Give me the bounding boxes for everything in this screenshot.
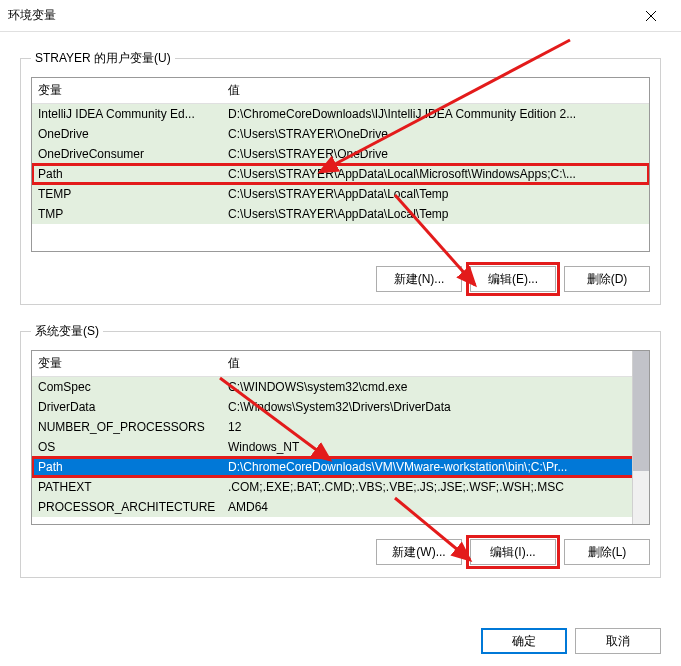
system-delete-button[interactable]: 删除(L): [564, 539, 650, 565]
sys-col-value: 值: [222, 351, 649, 377]
table-row[interactable]: OneDriveConsumerC:\Users\STRAYER\OneDriv…: [32, 144, 649, 164]
user-col-name: 变量: [32, 78, 222, 104]
system-edit-button[interactable]: 编辑(I)...: [470, 539, 556, 565]
system-vars-legend: 系统变量(S): [31, 323, 103, 340]
table-row-path[interactable]: PathD:\ChromeCoreDownloads\VM\VMware-wor…: [32, 457, 649, 477]
table-row[interactable]: OneDriveC:\Users\STRAYER\OneDrive: [32, 124, 649, 144]
table-row[interactable]: IntelliJ IDEA Community Ed...D:\ChromeCo…: [32, 104, 649, 125]
system-vars-table-wrap: 变量 值 ComSpecC:\WINDOWS\system32\cmd.exe …: [31, 350, 650, 525]
user-vars-group: STRAYER 的用户变量(U) 变量 值 IntelliJ IDEA Comm…: [20, 50, 661, 305]
system-vars-scrollbar[interactable]: [632, 351, 649, 524]
ok-button[interactable]: 确定: [481, 628, 567, 654]
table-row[interactable]: TMPC:\Users\STRAYER\AppData\Local\Temp: [32, 204, 649, 224]
table-row[interactable]: OSWindows_NT: [32, 437, 649, 457]
table-row[interactable]: DriverDataC:\Windows\System32\Drivers\Dr…: [32, 397, 649, 417]
sys-col-name: 变量: [32, 351, 222, 377]
user-vars-legend: STRAYER 的用户变量(U): [31, 50, 175, 67]
table-row[interactable]: TEMPC:\Users\STRAYER\AppData\Local\Temp: [32, 184, 649, 204]
user-delete-button[interactable]: 删除(D): [564, 266, 650, 292]
table-row[interactable]: PATHEXT.COM;.EXE;.BAT;.CMD;.VBS;.VBE;.JS…: [32, 477, 649, 497]
titlebar: 环境变量: [0, 0, 681, 32]
user-edit-button[interactable]: 编辑(E)...: [470, 266, 556, 292]
user-vars-table[interactable]: 变量 值 IntelliJ IDEA Community Ed...D:\Chr…: [32, 78, 649, 224]
close-icon: [646, 11, 656, 21]
user-vars-table-wrap: 变量 值 IntelliJ IDEA Community Ed...D:\Chr…: [31, 77, 650, 252]
system-vars-group: 系统变量(S) 变量 值 ComSpecC:\WINDOWS\system32\…: [20, 323, 661, 578]
system-vars-table[interactable]: 变量 值 ComSpecC:\WINDOWS\system32\cmd.exe …: [32, 351, 649, 517]
scroll-thumb[interactable]: [633, 351, 649, 471]
user-new-button[interactable]: 新建(N)...: [376, 266, 462, 292]
close-button[interactable]: [629, 1, 673, 31]
table-row[interactable]: NUMBER_OF_PROCESSORS12: [32, 417, 649, 437]
cancel-button[interactable]: 取消: [575, 628, 661, 654]
table-row-path[interactable]: PathC:\Users\STRAYER\AppData\Local\Micro…: [32, 164, 649, 184]
user-col-value: 值: [222, 78, 649, 104]
table-row[interactable]: PROCESSOR_ARCHITECTUREAMD64: [32, 497, 649, 517]
window-title: 环境变量: [8, 7, 629, 24]
system-new-button[interactable]: 新建(W)...: [376, 539, 462, 565]
table-row[interactable]: ComSpecC:\WINDOWS\system32\cmd.exe: [32, 377, 649, 398]
